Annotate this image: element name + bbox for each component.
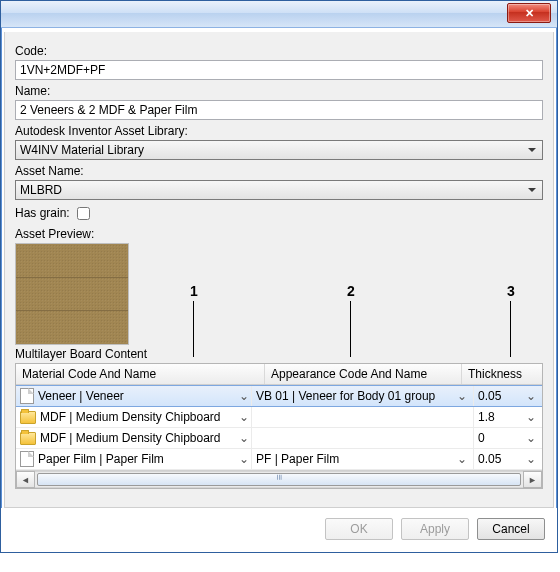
- name-label: Name:: [15, 84, 543, 98]
- appearance-cell: VB 01 | Veneer for Body 01 group: [256, 389, 455, 403]
- scroll-left-button[interactable]: ◄: [16, 471, 35, 488]
- document-icon: [20, 451, 34, 467]
- close-icon: ✕: [525, 7, 534, 20]
- code-label: Code:: [15, 44, 543, 58]
- ok-button[interactable]: OK: [325, 518, 393, 540]
- has-grain-checkbox[interactable]: [77, 207, 90, 220]
- chevron-down-icon[interactable]: ⌄: [237, 410, 251, 424]
- table-row[interactable]: Veneer | Veneer⌄VB 01 | Veneer for Body …: [16, 385, 542, 407]
- texture-noise: [16, 244, 128, 344]
- chevron-down-icon[interactable]: ⌄: [524, 431, 538, 445]
- chevron-down-icon[interactable]: ⌄: [524, 410, 538, 424]
- thickness-cell: 1.8: [478, 410, 495, 424]
- annotation-3: 3: [507, 283, 515, 299]
- appearance-cell: PF | Paper Film: [256, 452, 455, 466]
- thickness-cell: 0.05: [478, 452, 501, 466]
- library-combobox[interactable]: W4INV Material Library: [15, 140, 543, 160]
- col-thickness-header[interactable]: Thickness: [462, 364, 542, 384]
- name-input[interactable]: [15, 100, 543, 120]
- annotation-2: 2: [347, 283, 355, 299]
- dialog-content: Code: Name: Autodesk Inventor Asset Libr…: [4, 32, 554, 508]
- preview-area: 1 2 3: [15, 243, 543, 343]
- table-row[interactable]: MDF | Medium Density Chipboard⌄0⌄: [16, 428, 542, 449]
- scroll-track[interactable]: [35, 471, 523, 488]
- chevron-right-icon: ►: [528, 475, 537, 485]
- scroll-right-button[interactable]: ►: [523, 471, 542, 488]
- table-row[interactable]: Paper Film | Paper Film⌄PF | Paper Film⌄…: [16, 449, 542, 470]
- document-icon: [20, 388, 34, 404]
- col-appearance-header[interactable]: Appearance Code And Name: [265, 364, 462, 384]
- asset-name-label: Asset Name:: [15, 164, 543, 178]
- material-cell: Veneer | Veneer: [38, 389, 237, 403]
- horizontal-scrollbar[interactable]: ◄ ►: [16, 470, 542, 488]
- annotation-3-tick: [510, 301, 511, 357]
- cancel-button[interactable]: Cancel: [477, 518, 545, 540]
- annotation-1: 1: [190, 283, 198, 299]
- asset-name-value: MLBRD: [20, 183, 62, 197]
- annotation-2-tick: [350, 301, 351, 357]
- asset-preview-label: Asset Preview:: [15, 227, 543, 241]
- scroll-thumb[interactable]: [37, 473, 521, 486]
- annotation-1-tick: [193, 301, 194, 357]
- chevron-down-icon[interactable]: ⌄: [455, 389, 469, 403]
- folder-icon: [20, 432, 36, 445]
- thickness-cell: 0.05: [478, 389, 501, 403]
- title-bar[interactable]: ✕: [1, 1, 557, 28]
- chevron-down-icon[interactable]: ⌄: [237, 389, 251, 403]
- asset-name-combobox[interactable]: MLBRD: [15, 180, 543, 200]
- chevron-down-icon[interactable]: ⌄: [237, 452, 251, 466]
- chevron-down-icon[interactable]: ⌄: [524, 452, 538, 466]
- window-close-button[interactable]: ✕: [507, 3, 551, 23]
- material-cell: Paper Film | Paper Film: [38, 452, 237, 466]
- apply-button[interactable]: Apply: [401, 518, 469, 540]
- material-cell: MDF | Medium Density Chipboard: [40, 431, 237, 445]
- library-label: Autodesk Inventor Asset Library:: [15, 124, 543, 138]
- chevron-down-icon[interactable]: ⌄: [455, 452, 469, 466]
- chevron-down-icon[interactable]: ⌄: [524, 389, 538, 403]
- chevron-left-icon: ◄: [21, 475, 30, 485]
- asset-preview-swatch: [15, 243, 129, 345]
- dialog-window: ✕ Code: Name: Autodesk Inventor Asset Li…: [0, 0, 558, 553]
- library-value: W4INV Material Library: [20, 143, 144, 157]
- folder-icon: [20, 411, 36, 424]
- content-grid: Material Code And Name Appearance Code A…: [15, 363, 543, 489]
- chevron-down-icon[interactable]: ⌄: [237, 431, 251, 445]
- code-input[interactable]: [15, 60, 543, 80]
- thickness-cell: 0: [478, 431, 485, 445]
- grid-body: Veneer | Veneer⌄VB 01 | Veneer for Body …: [16, 385, 542, 470]
- dialog-footer: OK Apply Cancel: [1, 508, 557, 552]
- table-row[interactable]: MDF | Medium Density Chipboard⌄1.8⌄: [16, 407, 542, 428]
- material-cell: MDF | Medium Density Chipboard: [40, 410, 237, 424]
- col-material-header[interactable]: Material Code And Name: [16, 364, 265, 384]
- multilayer-content-label: Multilayer Board Content: [15, 347, 543, 361]
- has-grain-label: Has grain:: [15, 206, 70, 220]
- has-grain-row: Has grain:: [15, 204, 543, 223]
- grid-header: Material Code And Name Appearance Code A…: [16, 364, 542, 385]
